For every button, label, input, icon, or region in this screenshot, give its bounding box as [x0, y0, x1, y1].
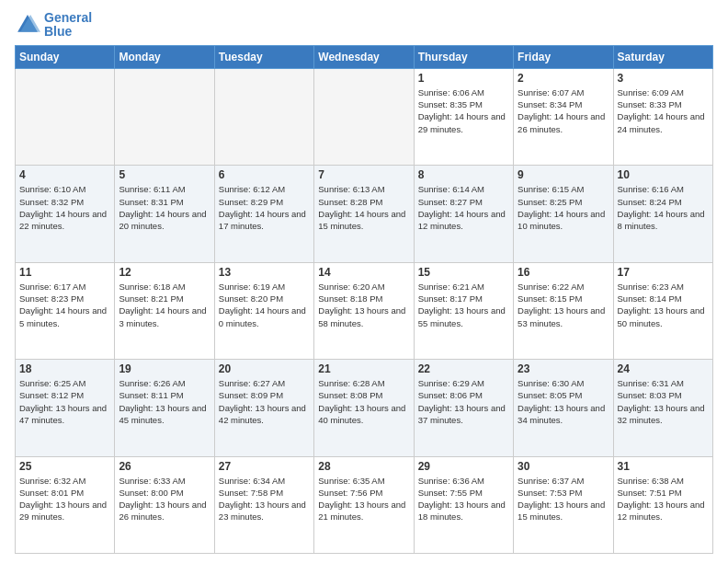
calendar-cell: 12Sunrise: 6:18 AMSunset: 8:21 PMDayligh…	[115, 262, 214, 359]
day-info: Sunrise: 6:27 AMSunset: 8:09 PMDaylight:…	[219, 377, 310, 426]
day-number: 31	[618, 460, 709, 473]
day-number: 2	[518, 72, 609, 85]
weekday-header: Tuesday	[214, 45, 313, 68]
day-info: Sunrise: 6:37 AMSunset: 7:53 PMDaylight:…	[518, 475, 609, 523]
day-info: Sunrise: 6:12 AMSunset: 8:29 PMDaylight:…	[219, 183, 310, 232]
day-number: 3	[618, 72, 709, 85]
day-number: 21	[318, 362, 409, 375]
calendar-cell: 22Sunrise: 6:29 AMSunset: 8:06 PMDayligh…	[414, 360, 513, 456]
day-info: Sunrise: 6:32 AMSunset: 8:01 PMDaylight:…	[19, 475, 110, 523]
calendar-cell	[115, 68, 214, 165]
calendar-cell: 23Sunrise: 6:30 AMSunset: 8:05 PMDayligh…	[514, 360, 613, 456]
day-number: 8	[418, 168, 509, 181]
day-info: Sunrise: 6:38 AMSunset: 7:51 PMDaylight:…	[618, 475, 709, 523]
day-number: 12	[119, 266, 210, 279]
calendar-row: 25Sunrise: 6:32 AMSunset: 8:01 PMDayligh…	[16, 456, 713, 553]
calendar-cell: 21Sunrise: 6:28 AMSunset: 8:08 PMDayligh…	[314, 360, 414, 456]
weekday-header: Thursday	[414, 45, 513, 68]
day-number: 17	[618, 266, 709, 279]
day-number: 22	[418, 362, 509, 375]
day-info: Sunrise: 6:13 AMSunset: 8:28 PMDaylight:…	[318, 183, 409, 232]
calendar-row: 4Sunrise: 6:10 AMSunset: 8:32 PMDaylight…	[16, 166, 713, 262]
day-info: Sunrise: 6:22 AMSunset: 8:15 PMDaylight:…	[518, 281, 609, 329]
calendar-cell: 10Sunrise: 6:16 AMSunset: 8:24 PMDayligh…	[613, 166, 712, 262]
calendar-cell: 8Sunrise: 6:14 AMSunset: 8:27 PMDaylight…	[414, 166, 513, 262]
day-number: 6	[219, 168, 310, 181]
day-number: 1	[418, 72, 509, 85]
day-info: Sunrise: 6:15 AMSunset: 8:25 PMDaylight:…	[518, 183, 609, 232]
calendar-cell: 9Sunrise: 6:15 AMSunset: 8:25 PMDaylight…	[514, 166, 613, 262]
calendar-row: 1Sunrise: 6:06 AMSunset: 8:35 PMDaylight…	[16, 68, 713, 165]
day-number: 18	[19, 362, 110, 375]
day-info: Sunrise: 6:06 AMSunset: 8:35 PMDaylight:…	[418, 86, 509, 135]
day-number: 13	[219, 266, 310, 279]
day-number: 4	[19, 168, 110, 181]
day-info: Sunrise: 6:23 AMSunset: 8:14 PMDaylight:…	[618, 281, 709, 329]
day-number: 19	[119, 362, 210, 375]
weekday-header: Friday	[514, 45, 613, 68]
day-info: Sunrise: 6:33 AMSunset: 8:00 PMDaylight:…	[119, 475, 210, 523]
calendar-cell: 2Sunrise: 6:07 AMSunset: 8:34 PMDaylight…	[514, 68, 613, 165]
day-info: Sunrise: 6:35 AMSunset: 7:56 PMDaylight:…	[318, 475, 409, 523]
calendar-table: SundayMondayTuesdayWednesdayThursdayFrid…	[15, 45, 713, 554]
day-number: 7	[318, 168, 409, 181]
day-info: Sunrise: 6:36 AMSunset: 7:55 PMDaylight:…	[418, 475, 509, 523]
calendar-cell: 24Sunrise: 6:31 AMSunset: 8:03 PMDayligh…	[613, 360, 712, 456]
calendar-cell: 31Sunrise: 6:38 AMSunset: 7:51 PMDayligh…	[613, 456, 712, 553]
day-info: Sunrise: 6:28 AMSunset: 8:08 PMDaylight:…	[318, 377, 409, 426]
calendar-cell: 18Sunrise: 6:25 AMSunset: 8:12 PMDayligh…	[16, 360, 115, 456]
logo-icon	[15, 12, 40, 38]
calendar-cell: 29Sunrise: 6:36 AMSunset: 7:55 PMDayligh…	[414, 456, 513, 553]
calendar-row: 18Sunrise: 6:25 AMSunset: 8:12 PMDayligh…	[16, 360, 713, 456]
page: General Blue SundayMondayTuesdayWednesda…	[0, 0, 728, 563]
day-info: Sunrise: 6:18 AMSunset: 8:21 PMDaylight:…	[119, 281, 210, 329]
day-info: Sunrise: 6:09 AMSunset: 8:33 PMDaylight:…	[618, 86, 709, 135]
calendar-cell: 19Sunrise: 6:26 AMSunset: 8:11 PMDayligh…	[115, 360, 214, 456]
day-number: 27	[219, 460, 310, 473]
day-info: Sunrise: 6:31 AMSunset: 8:03 PMDaylight:…	[618, 377, 709, 426]
calendar-cell: 11Sunrise: 6:17 AMSunset: 8:23 PMDayligh…	[16, 262, 115, 359]
calendar-cell: 16Sunrise: 6:22 AMSunset: 8:15 PMDayligh…	[514, 262, 613, 359]
calendar-cell: 4Sunrise: 6:10 AMSunset: 8:32 PMDaylight…	[16, 166, 115, 262]
calendar-cell	[16, 68, 115, 165]
calendar-header-row: SundayMondayTuesdayWednesdayThursdayFrid…	[16, 45, 713, 68]
calendar-cell: 25Sunrise: 6:32 AMSunset: 8:01 PMDayligh…	[16, 456, 115, 553]
day-number: 16	[518, 266, 609, 279]
day-number: 14	[318, 266, 409, 279]
logo-text: General Blue	[44, 11, 92, 40]
day-number: 10	[618, 168, 709, 181]
calendar-cell: 27Sunrise: 6:34 AMSunset: 7:58 PMDayligh…	[214, 456, 313, 553]
day-number: 15	[418, 266, 509, 279]
calendar-cell: 3Sunrise: 6:09 AMSunset: 8:33 PMDaylight…	[613, 68, 712, 165]
day-info: Sunrise: 6:10 AMSunset: 8:32 PMDaylight:…	[19, 183, 110, 232]
calendar-cell: 30Sunrise: 6:37 AMSunset: 7:53 PMDayligh…	[514, 456, 613, 553]
day-info: Sunrise: 6:11 AMSunset: 8:31 PMDaylight:…	[119, 183, 210, 232]
calendar-cell: 28Sunrise: 6:35 AMSunset: 7:56 PMDayligh…	[314, 456, 414, 553]
calendar-cell: 5Sunrise: 6:11 AMSunset: 8:31 PMDaylight…	[115, 166, 214, 262]
day-info: Sunrise: 6:26 AMSunset: 8:11 PMDaylight:…	[119, 377, 210, 426]
weekday-header: Monday	[115, 45, 214, 68]
day-number: 29	[418, 460, 509, 473]
day-number: 23	[518, 362, 609, 375]
calendar-cell: 20Sunrise: 6:27 AMSunset: 8:09 PMDayligh…	[214, 360, 313, 456]
day-info: Sunrise: 6:29 AMSunset: 8:06 PMDaylight:…	[418, 377, 509, 426]
day-number: 25	[19, 460, 110, 473]
day-number: 30	[518, 460, 609, 473]
day-number: 24	[618, 362, 709, 375]
logo: General Blue	[15, 11, 92, 40]
day-number: 5	[119, 168, 210, 181]
day-info: Sunrise: 6:30 AMSunset: 8:05 PMDaylight:…	[518, 377, 609, 426]
calendar-cell: 26Sunrise: 6:33 AMSunset: 8:00 PMDayligh…	[115, 456, 214, 553]
calendar-cell	[314, 68, 414, 165]
calendar-cell: 7Sunrise: 6:13 AMSunset: 8:28 PMDaylight…	[314, 166, 414, 262]
calendar-cell: 1Sunrise: 6:06 AMSunset: 8:35 PMDaylight…	[414, 68, 513, 165]
day-number: 28	[318, 460, 409, 473]
calendar-cell: 14Sunrise: 6:20 AMSunset: 8:18 PMDayligh…	[314, 262, 414, 359]
weekday-header: Wednesday	[314, 45, 414, 68]
weekday-header: Sunday	[16, 45, 115, 68]
day-info: Sunrise: 6:25 AMSunset: 8:12 PMDaylight:…	[19, 377, 110, 426]
day-info: Sunrise: 6:20 AMSunset: 8:18 PMDaylight:…	[318, 281, 409, 329]
calendar-cell: 13Sunrise: 6:19 AMSunset: 8:20 PMDayligh…	[214, 262, 313, 359]
day-info: Sunrise: 6:21 AMSunset: 8:17 PMDaylight:…	[418, 281, 509, 329]
day-info: Sunrise: 6:34 AMSunset: 7:58 PMDaylight:…	[219, 475, 310, 523]
